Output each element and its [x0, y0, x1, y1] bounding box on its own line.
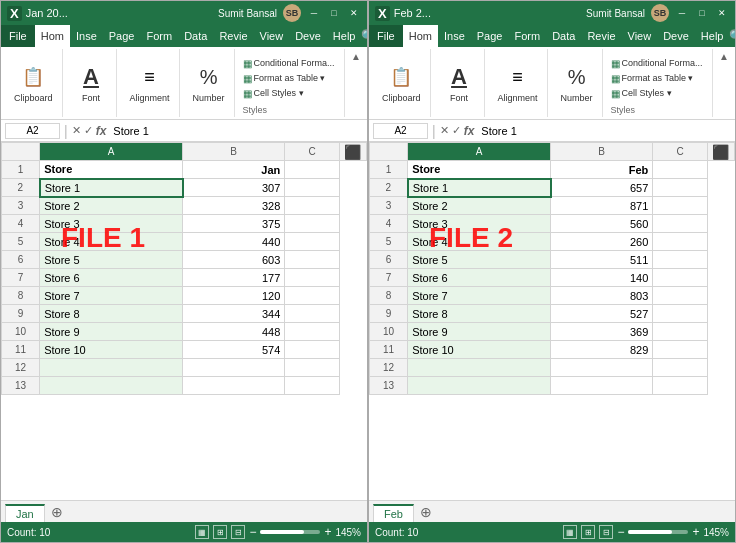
cell-2-5-A[interactable]: Store 4 — [408, 233, 551, 251]
number-btn-1[interactable]: % Number — [190, 61, 228, 105]
tab-data-2[interactable]: Data — [546, 25, 581, 47]
cell-2-12-1[interactable] — [551, 359, 653, 377]
cell-1-9-A[interactable]: Store 8 — [40, 305, 183, 323]
tab-view-1[interactable]: View — [254, 25, 290, 47]
cell-1-A[interactable]: Store — [40, 161, 183, 179]
minimize-btn-2[interactable]: ─ — [675, 6, 689, 20]
cell-1-8-A[interactable]: Store 7 — [40, 287, 183, 305]
cell-1-10-C[interactable] — [285, 323, 339, 341]
tab-form-2[interactable]: Form — [508, 25, 546, 47]
cell-1-7-A[interactable]: Store 6 — [40, 269, 183, 287]
formula-fx-icon-1[interactable]: fx — [96, 124, 107, 138]
cell-1-C[interactable] — [285, 161, 339, 179]
cell-1-6-A[interactable]: Store 5 — [40, 251, 183, 269]
cell-2-13-1[interactable] — [551, 377, 653, 395]
cell-2-13-0[interactable] — [408, 377, 551, 395]
conditional-format-btn-1[interactable]: ▦ Conditional Forma... — [243, 57, 341, 70]
tab-review-1[interactable]: Revie — [213, 25, 253, 47]
tab-home-1[interactable]: Hom — [35, 25, 70, 47]
cell-1-12-0[interactable] — [40, 359, 183, 377]
tab-review-2[interactable]: Revie — [581, 25, 621, 47]
zoom-minus-1[interactable]: − — [249, 525, 256, 539]
page-layout-btn-1[interactable]: ⊞ — [213, 525, 227, 539]
cell-1-10-A[interactable]: Store 9 — [40, 323, 183, 341]
formula-cancel-icon-1[interactable]: ✕ — [72, 124, 81, 137]
alignment-btn-2[interactable]: ≡ Alignment — [495, 61, 541, 105]
tab-dev-2[interactable]: Deve — [657, 25, 695, 47]
ribbon-collapse-2[interactable]: ▲ — [717, 49, 731, 117]
cell-2-8-C[interactable] — [653, 287, 707, 305]
cell-1-3-A[interactable]: Store 2 — [40, 197, 183, 215]
tab-view-2[interactable]: View — [622, 25, 658, 47]
cell-1-13-1[interactable] — [183, 377, 285, 395]
cell-styles-btn-2[interactable]: ▦ Cell Styles ▾ — [611, 87, 709, 100]
tab-page-1[interactable]: Page — [103, 25, 141, 47]
format-table-btn-1[interactable]: ▦ Format as Table ▾ — [243, 72, 341, 85]
cell-1-8-B[interactable]: 120 — [183, 287, 285, 305]
cell-2-11-A[interactable]: Store 10 — [408, 341, 551, 359]
cell-2-10-B[interactable]: 369 — [551, 323, 653, 341]
sheet-tab-feb[interactable]: Feb — [373, 504, 414, 522]
zoom-slider-1[interactable] — [260, 530, 320, 534]
formula-confirm-icon-2[interactable]: ✓ — [452, 124, 461, 137]
cell-1-9-B[interactable]: 344 — [183, 305, 285, 323]
tab-dev-1[interactable]: Deve — [289, 25, 327, 47]
cell-2-6-B[interactable]: 511 — [551, 251, 653, 269]
font-btn-1[interactable]: A Font — [74, 61, 108, 105]
tab-home-2[interactable]: Hom — [403, 25, 438, 47]
cell-2-10-A[interactable]: Store 9 — [408, 323, 551, 341]
search-icon-2[interactable]: 🔍 — [729, 29, 736, 43]
cell-1-B[interactable]: Jan — [183, 161, 285, 179]
cell-2-1-B[interactable]: Feb — [551, 161, 653, 179]
cell-1-11-C[interactable] — [285, 341, 339, 359]
cell-1-7-B[interactable]: 177 — [183, 269, 285, 287]
cell-1-13-0[interactable] — [40, 377, 183, 395]
cell-1-2-B[interactable]: 307 — [183, 179, 285, 197]
tab-help-2[interactable]: Help — [695, 25, 730, 47]
cell-2-9-C[interactable] — [653, 305, 707, 323]
formula-input-2[interactable] — [478, 123, 731, 139]
tab-file-1[interactable]: File — [1, 25, 35, 47]
sheet-add-btn-2[interactable]: ⊕ — [414, 502, 438, 522]
cell-1-2-A[interactable]: Store 1 — [40, 179, 183, 197]
sheet-add-btn-1[interactable]: ⊕ — [45, 502, 69, 522]
formula-cancel-icon-2[interactable]: ✕ — [440, 124, 449, 137]
cell-1-7-C[interactable] — [285, 269, 339, 287]
tab-file-2[interactable]: File — [369, 25, 403, 47]
tab-data-1[interactable]: Data — [178, 25, 213, 47]
formula-fx-icon-2[interactable]: fx — [464, 124, 475, 138]
page-break-btn-1[interactable]: ⊟ — [231, 525, 245, 539]
alignment-btn-1[interactable]: ≡ Alignment — [127, 61, 173, 105]
cell-2-8-B[interactable]: 803 — [551, 287, 653, 305]
close-btn-1[interactable]: ✕ — [347, 6, 361, 20]
cell-1-9-C[interactable] — [285, 305, 339, 323]
cell-2-9-B[interactable]: 527 — [551, 305, 653, 323]
cell-2-2-A[interactable]: Store 1 — [408, 179, 551, 197]
cell-2-8-A[interactable]: Store 7 — [408, 287, 551, 305]
cell-2-3-C[interactable] — [653, 197, 707, 215]
zoom-slider-2[interactable] — [628, 530, 688, 534]
cell-1-4-C[interactable] — [285, 215, 339, 233]
cell-1-4-B[interactable]: 375 — [183, 215, 285, 233]
cell-1-5-C[interactable] — [285, 233, 339, 251]
cell-1-12-2[interactable] — [285, 359, 339, 377]
cell-ref-input-2[interactable] — [373, 123, 428, 139]
cell-2-2-C[interactable] — [653, 179, 707, 197]
tab-form-1[interactable]: Form — [140, 25, 178, 47]
cell-1-8-C[interactable] — [285, 287, 339, 305]
cell-1-2-C[interactable] — [285, 179, 339, 197]
cell-1-11-A[interactable]: Store 10 — [40, 341, 183, 359]
tab-insert-1[interactable]: Inse — [70, 25, 103, 47]
cell-styles-btn-1[interactable]: ▦ Cell Styles ▾ — [243, 87, 341, 100]
number-btn-2[interactable]: % Number — [558, 61, 596, 105]
cell-2-12-0[interactable] — [408, 359, 551, 377]
cell-1-4-A[interactable]: Store 3 — [40, 215, 183, 233]
cell-1-5-A[interactable]: Store 4 — [40, 233, 183, 251]
conditional-format-btn-2[interactable]: ▦ Conditional Forma... — [611, 57, 709, 70]
cell-2-4-C[interactable] — [653, 215, 707, 233]
ribbon-collapse-1[interactable]: ▲ — [349, 49, 363, 117]
page-layout-btn-2[interactable]: ⊞ — [581, 525, 595, 539]
cell-2-1-A[interactable]: Store — [408, 161, 551, 179]
cell-2-7-B[interactable]: 140 — [551, 269, 653, 287]
format-table-btn-2[interactable]: ▦ Format as Table ▾ — [611, 72, 709, 85]
